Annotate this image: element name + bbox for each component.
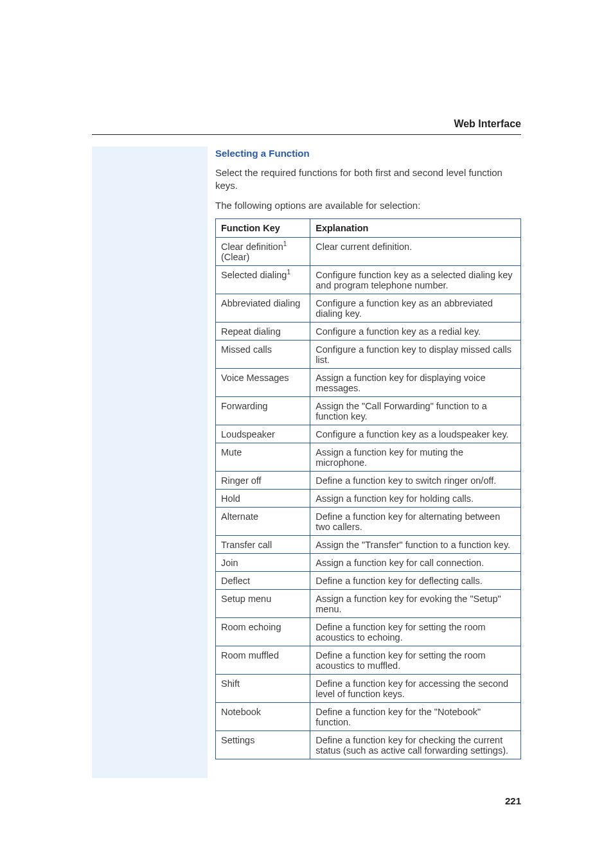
col-header-explanation: Explanation (310, 218, 521, 237)
cell-function-key: Missed calls (216, 340, 310, 368)
cell-function-key: Alternate (216, 507, 310, 535)
table-row: NotebookDefine a function key for the "N… (216, 702, 521, 731)
cell-function-key: Join (216, 553, 310, 571)
table-row: AlternateDefine a function key for alter… (216, 507, 521, 535)
function-key-name: Repeat dialing (221, 326, 281, 337)
section-subheading: Selecting a Function (215, 148, 521, 159)
cell-function-key: Voice Messages (216, 368, 310, 396)
cell-function-key: Abbreviated dialing (216, 294, 310, 322)
content-column: Selecting a Function Select the required… (215, 146, 521, 759)
cell-function-key: Notebook (216, 702, 310, 731)
cell-explanation: Assign a function key for call connectio… (310, 553, 521, 571)
table-row: DeflectDefine a function key for deflect… (216, 571, 521, 589)
table-row: Setup menuAssign a function key for evok… (216, 589, 521, 617)
table-row: Abbreviated dialingConfigure a function … (216, 294, 521, 322)
table-row: Missed callsConfigure a function key to … (216, 340, 521, 368)
cell-explanation: Define a function key for checking the c… (310, 731, 521, 759)
function-key-name: Transfer call (221, 540, 272, 550)
function-key-suffix: (Clear) (221, 252, 249, 262)
cell-explanation: Define a function key for setting the ro… (310, 617, 521, 646)
table-row: Room echoingDefine a function key for se… (216, 617, 521, 646)
cell-explanation: Configure a function key as a redial key… (310, 322, 521, 340)
cell-explanation: Configure a function key to display miss… (310, 340, 521, 368)
function-key-name: Selected dialing (221, 270, 287, 280)
table-row: LoudspeakerConfigure a function key as a… (216, 425, 521, 443)
cell-function-key: Shift (216, 674, 310, 702)
function-key-name: Alternate (221, 511, 258, 522)
function-key-name: Room echoing (221, 622, 281, 632)
table-row: Voice MessagesAssign a function key for … (216, 368, 521, 396)
footnote-marker: 1 (283, 240, 287, 247)
function-key-name: Clear definition (221, 242, 283, 252)
cell-function-key: Settings (216, 731, 310, 759)
table-row: Ringer offDefine a function key to switc… (216, 471, 521, 489)
cell-function-key: Forwarding (216, 396, 310, 425)
table-row: SettingsDefine a function key for checki… (216, 731, 521, 759)
function-key-name: Setup menu (221, 594, 271, 604)
function-key-name: Missed calls (221, 344, 272, 355)
running-header: Web Interface (454, 118, 521, 130)
table-row: JoinAssign a function key for call conne… (216, 553, 521, 571)
cell-explanation: Define a function key for alternating be… (310, 507, 521, 535)
function-key-name: Forwarding (221, 401, 268, 411)
table-row: Room muffledDefine a function key for se… (216, 646, 521, 674)
table-row: MuteAssign a function key for muting the… (216, 443, 521, 471)
function-key-name: Loudspeaker (221, 429, 275, 439)
footnote-marker: 1 (287, 269, 290, 276)
cell-function-key: Room echoing (216, 617, 310, 646)
col-header-function-key: Function Key (216, 218, 310, 237)
left-gutter-band (92, 146, 208, 778)
header-rule (92, 134, 521, 135)
cell-function-key: Selected dialing1 (216, 265, 310, 294)
function-key-name: Ringer off (221, 475, 262, 486)
function-key-name: Join (221, 558, 238, 568)
table-row: ForwardingAssign the "Call Forwarding" f… (216, 396, 521, 425)
cell-explanation: Assign a function key for muting the mic… (310, 443, 521, 471)
cell-explanation: Define a function key for setting the ro… (310, 646, 521, 674)
table-row: HoldAssign a function key for holding ca… (216, 489, 521, 507)
function-key-name: Hold (221, 493, 240, 504)
table-row: Transfer callAssign the "Transfer" funct… (216, 535, 521, 553)
table-row: Repeat dialingConfigure a function key a… (216, 322, 521, 340)
cell-function-key: Mute (216, 443, 310, 471)
cell-function-key: Deflect (216, 571, 310, 589)
table-row: ShiftDefine a function key for accessing… (216, 674, 521, 702)
function-key-name: Settings (221, 735, 254, 745)
cell-explanation: Configure function key as a selected dia… (310, 265, 521, 294)
page: Web Interface Selecting a Function Selec… (0, 0, 613, 868)
cell-explanation: Configure a function key as a loudspeake… (310, 425, 521, 443)
intro-paragraph-2: The following options are available for … (215, 199, 521, 212)
cell-explanation: Assign a function key for evoking the "S… (310, 589, 521, 617)
cell-function-key: Transfer call (216, 535, 310, 553)
cell-explanation: Define a function key for accessing the … (310, 674, 521, 702)
function-key-name: Mute (221, 447, 242, 457)
cell-function-key: Loudspeaker (216, 425, 310, 443)
table-header-row: Function Key Explanation (216, 218, 521, 237)
cell-function-key: Clear definition1(Clear) (216, 237, 310, 265)
cell-explanation: Assign the "Call Forwarding" function to… (310, 396, 521, 425)
page-number: 221 (505, 795, 521, 806)
cell-explanation: Configure a function key as an abbreviat… (310, 294, 521, 322)
cell-explanation: Assign a function key for displaying voi… (310, 368, 521, 396)
cell-function-key: Repeat dialing (216, 322, 310, 340)
cell-explanation: Define a function key for the "Notebook"… (310, 702, 521, 731)
intro-paragraph-1: Select the required functions for both f… (215, 166, 521, 193)
function-key-name: Notebook (221, 707, 261, 717)
cell-explanation: Assign a function key for holding calls. (310, 489, 521, 507)
function-key-table: Function Key Explanation Clear definitio… (215, 218, 521, 759)
function-key-name: Shift (221, 678, 240, 689)
cell-explanation: Assign the "Transfer" function to a func… (310, 535, 521, 553)
function-key-name: Abbreviated dialing (221, 298, 300, 308)
function-key-name: Voice Messages (221, 373, 289, 383)
cell-function-key: Hold (216, 489, 310, 507)
table-row: Selected dialing1Configure function key … (216, 265, 521, 294)
cell-explanation: Clear current definition. (310, 237, 521, 265)
cell-function-key: Setup menu (216, 589, 310, 617)
function-key-name: Deflect (221, 576, 250, 586)
table-row: Clear definition1(Clear)Clear current de… (216, 237, 521, 265)
cell-function-key: Room muffled (216, 646, 310, 674)
function-key-name: Room muffled (221, 650, 279, 660)
cell-function-key: Ringer off (216, 471, 310, 489)
cell-explanation: Define a function key to switch ringer o… (310, 471, 521, 489)
cell-explanation: Define a function key for deflecting cal… (310, 571, 521, 589)
